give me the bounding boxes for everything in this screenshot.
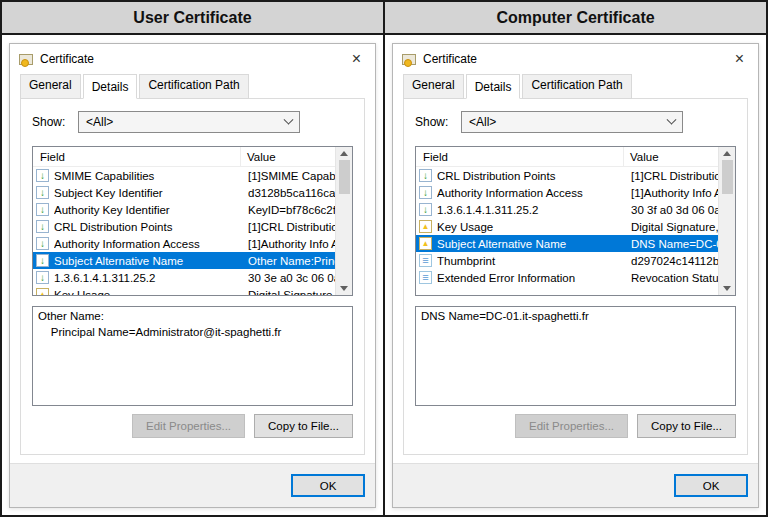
value-column-header[interactable]: Value bbox=[624, 151, 718, 163]
tab-strip: General Details Certification Path bbox=[10, 74, 375, 98]
table-row[interactable]: Authority Information Access[1]Authority… bbox=[33, 235, 335, 252]
field-column-header[interactable]: Field bbox=[416, 147, 624, 166]
dialog-title: Certificate bbox=[423, 52, 730, 66]
detail-textbox[interactable]: Other Name: Principal Name=Administrator… bbox=[32, 306, 353, 406]
show-dropdown[interactable]: <All> bbox=[78, 111, 300, 133]
table-row[interactable]: CRL Distribution Points[1]CRL Distributi… bbox=[33, 218, 335, 235]
table-row[interactable]: Thumbprintd297024c14112be684412f640... bbox=[416, 252, 718, 269]
field-name: 1.3.6.1.4.1.311.25.2 bbox=[54, 272, 241, 284]
table-row[interactable]: Key UsageDigital Signature, Key Encipher… bbox=[33, 286, 335, 295]
field-name: Authority Information Access bbox=[54, 238, 241, 250]
button-row: Edit Properties... Copy to File... bbox=[415, 414, 736, 438]
certificate-icon bbox=[19, 54, 33, 65]
column-header-computer-certificate: Computer Certificate bbox=[385, 2, 766, 33]
chevron-down-icon bbox=[284, 114, 294, 124]
field-value: [1]CRL Distribution Point: Distr... bbox=[624, 170, 718, 182]
table-row[interactable]: Authority Information Access[1]Authority… bbox=[416, 184, 718, 201]
edit-properties-button[interactable]: Edit Properties... bbox=[515, 414, 628, 438]
field-name: Subject Key Identifier bbox=[54, 187, 241, 199]
scroll-up-icon[interactable] bbox=[340, 151, 348, 156]
field-name: Key Usage bbox=[54, 289, 241, 296]
extension-icon bbox=[36, 203, 49, 216]
tab-details[interactable]: Details bbox=[83, 74, 138, 99]
field-name: 1.3.6.1.4.1.311.25.2 bbox=[437, 204, 624, 216]
field-value: DNS Name=DC-01.it-spaghetti.fr bbox=[624, 238, 718, 250]
scrollbar[interactable] bbox=[335, 147, 352, 295]
extension-icon bbox=[36, 186, 49, 199]
copy-to-file-button[interactable]: Copy to File... bbox=[254, 414, 353, 438]
scroll-thumb[interactable] bbox=[722, 160, 733, 194]
field-rows: CRL Distribution Points[1]CRL Distributi… bbox=[416, 167, 718, 295]
table-row[interactable]: 1.3.6.1.4.1.311.25.230 3f a0 3d 06 0a 2b… bbox=[416, 201, 718, 218]
extension-icon bbox=[419, 203, 432, 216]
dialog-footer: OK bbox=[10, 463, 375, 507]
column-header-user-certificate: User Certificate bbox=[2, 2, 385, 33]
chevron-down-icon bbox=[667, 114, 677, 124]
table-row[interactable]: 1.3.6.1.4.1.311.25.230 3e a0 3c 06 0a 2b… bbox=[33, 269, 335, 286]
field-name: Key Usage bbox=[437, 221, 624, 233]
ok-button[interactable]: OK bbox=[674, 474, 748, 497]
table-row[interactable]: Authority Key IdentifierKeyID=bf78c6c2f8… bbox=[33, 201, 335, 218]
scrollbar[interactable] bbox=[718, 147, 735, 295]
table-row[interactable]: Key UsageDigital Signature, Key Encipher… bbox=[416, 218, 718, 235]
details-tab-page: Show: <All> Field Value CRL Distri bbox=[403, 98, 748, 455]
tab-strip: General Details Certification Path bbox=[393, 74, 758, 98]
field-list: Field Value CRL Distribution Points[1]CR… bbox=[415, 146, 736, 296]
scroll-up-icon[interactable] bbox=[723, 151, 731, 156]
tab-certification-path[interactable]: Certification Path bbox=[139, 74, 248, 99]
critical-extension-icon bbox=[36, 288, 49, 295]
field-list-main: Field Value CRL Distribution Points[1]CR… bbox=[416, 147, 718, 295]
field-value: [1]Authority Info Access: Acc... bbox=[241, 238, 335, 250]
table-row[interactable]: Subject Alternative NameOther Name:Princ… bbox=[33, 252, 335, 269]
copy-to-file-button[interactable]: Copy to File... bbox=[637, 414, 736, 438]
certificate-icon bbox=[402, 54, 416, 65]
show-dropdown-value: <All> bbox=[86, 115, 113, 129]
table-row[interactable]: CRL Distribution Points[1]CRL Distributi… bbox=[416, 167, 718, 184]
detail-textbox[interactable]: DNS Name=DC-01.it-spaghetti.fr bbox=[415, 306, 736, 406]
tab-general[interactable]: General bbox=[20, 74, 81, 99]
close-icon[interactable]: × bbox=[730, 51, 749, 67]
property-icon bbox=[419, 271, 432, 284]
field-column-header[interactable]: Field bbox=[33, 147, 241, 166]
dialog-titlebar[interactable]: Certificate × bbox=[10, 44, 375, 74]
field-value: KeyID=bf78c6c2f85eaaf326f1... bbox=[241, 204, 335, 216]
tab-general[interactable]: General bbox=[403, 74, 464, 99]
field-name: SMIME Capabilities bbox=[54, 170, 241, 182]
field-value: 30 3f a0 3d 06 0a 2b 06 01 04... bbox=[624, 204, 718, 216]
property-icon bbox=[419, 254, 432, 267]
field-name: CRL Distribution Points bbox=[437, 170, 624, 182]
field-value: [1]CRL Distribution Point: Distr... bbox=[241, 221, 335, 233]
scroll-thumb[interactable] bbox=[339, 160, 350, 194]
show-dropdown[interactable]: <All> bbox=[461, 111, 683, 133]
certificate-dialog: Certificate × General Details Certificat… bbox=[392, 43, 759, 508]
close-icon[interactable]: × bbox=[347, 51, 366, 67]
dialog-titlebar[interactable]: Certificate × bbox=[393, 44, 758, 74]
table-row[interactable]: Subject Key Identifierd3128b5ca116ca0e82… bbox=[33, 184, 335, 201]
extension-icon bbox=[36, 254, 49, 267]
critical-extension-icon bbox=[419, 237, 432, 250]
scroll-down-icon[interactable] bbox=[723, 286, 731, 291]
scroll-down-icon[interactable] bbox=[340, 286, 348, 291]
field-value: d3128b5ca116ca0e82950822... bbox=[241, 187, 335, 199]
ok-button[interactable]: OK bbox=[291, 474, 365, 497]
table-row[interactable]: SMIME Capabilities[1]SMIME Capability: O… bbox=[33, 167, 335, 184]
field-name: Authority Key Identifier bbox=[54, 204, 241, 216]
tab-certification-path[interactable]: Certification Path bbox=[522, 74, 631, 99]
field-value: Digital Signature, Key Encipher... bbox=[624, 221, 718, 233]
value-column-header[interactable]: Value bbox=[241, 151, 335, 163]
field-value: [1]Authority Info Access: Acc... bbox=[624, 187, 718, 199]
field-name: Extended Error Information bbox=[437, 272, 624, 284]
extension-icon bbox=[36, 220, 49, 233]
field-name: Authority Information Access bbox=[437, 187, 624, 199]
field-name: Subject Alternative Name bbox=[54, 255, 241, 267]
extension-icon bbox=[419, 169, 432, 182]
field-value: 30 3e a0 3c 06 0a 2b 06 01 04... bbox=[241, 272, 335, 284]
table-row[interactable]: Subject Alternative NameDNS Name=DC-01.i… bbox=[416, 235, 718, 252]
comparison-table: User Certificate Computer Certificate Ce… bbox=[0, 0, 768, 517]
extension-icon bbox=[36, 169, 49, 182]
table-row[interactable]: Extended Error InformationRevocation Sta… bbox=[416, 269, 718, 286]
tab-details[interactable]: Details bbox=[466, 74, 521, 99]
extension-icon bbox=[419, 186, 432, 199]
certificate-dialog: Certificate × General Details Certificat… bbox=[9, 43, 376, 508]
edit-properties-button[interactable]: Edit Properties... bbox=[132, 414, 245, 438]
